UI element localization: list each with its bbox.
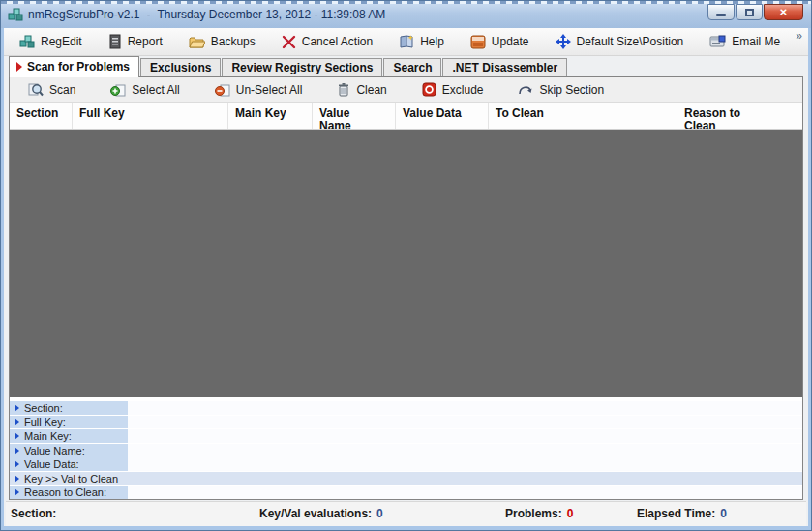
row-arrow-icon bbox=[15, 475, 19, 483]
maximize-icon bbox=[745, 9, 754, 16]
update-label: Update bbox=[492, 35, 529, 48]
detail-row-main-key: Main Key: bbox=[10, 429, 802, 443]
title-separator: - bbox=[146, 8, 150, 21]
close-button[interactable]: ✕ bbox=[764, 4, 803, 20]
scan-label: Scan bbox=[49, 83, 75, 97]
active-tab-arrow-icon bbox=[16, 62, 22, 72]
exclude-button[interactable]: Exclude bbox=[415, 80, 491, 99]
backups-label: Backups bbox=[211, 35, 256, 48]
default-size-position-button[interactable]: Default Size\Position bbox=[549, 32, 691, 51]
cancel-action-button[interactable]: Cancel Action bbox=[275, 33, 379, 51]
skip-section-label: Skip Section bbox=[539, 83, 604, 97]
window-title: nmRegScrubPro-v2.1-Thursday December 13,… bbox=[28, 8, 385, 21]
update-icon bbox=[470, 35, 486, 49]
minimize-button[interactable] bbox=[707, 4, 735, 20]
status-evaluations: Key/Val evaluations:0 bbox=[259, 507, 383, 520]
tab-exclusions[interactable]: Exclusions bbox=[140, 58, 221, 77]
tab-review-registry-sections[interactable]: Review Registry Sections bbox=[222, 58, 382, 77]
status-evaluations-value: 0 bbox=[376, 507, 383, 520]
report-label: Report bbox=[128, 35, 163, 48]
row-arrow-icon bbox=[15, 418, 19, 426]
results-grid-empty[interactable] bbox=[10, 130, 802, 397]
column-header-main-key[interactable]: Main Key bbox=[228, 103, 313, 129]
status-elapsed-label: Elapsed Time: bbox=[637, 507, 715, 520]
detail-label: Section: bbox=[24, 402, 63, 414]
scan-panel: Scan Select All Un-Select All bbox=[9, 76, 803, 500]
report-button[interactable]: Report bbox=[102, 32, 169, 51]
detail-row-section: Section: bbox=[10, 401, 802, 415]
detail-row-value-name: Value Name: bbox=[10, 444, 802, 457]
default-size-position-label: Default Size\Position bbox=[577, 35, 684, 48]
unselect-all-button[interactable]: Un-Select All bbox=[208, 80, 310, 100]
app-name: nmRegScrubPro-v2.1 bbox=[28, 8, 139, 21]
detail-label: Reason to Clean: bbox=[24, 487, 106, 498]
clean-label: Clean bbox=[356, 83, 386, 97]
tab-label: Exclusions bbox=[150, 61, 211, 74]
detail-panel: Section: Full Key: Main Key: Value Name:… bbox=[10, 401, 802, 499]
column-header-value-data[interactable]: Value Data bbox=[396, 103, 489, 129]
tab-label: Review Registry Sections bbox=[231, 61, 373, 74]
column-header-to-clean[interactable]: To Clean bbox=[489, 103, 677, 129]
row-arrow-icon bbox=[15, 432, 19, 440]
backups-button[interactable]: Backups bbox=[182, 33, 262, 51]
detail-value bbox=[128, 457, 802, 471]
scan-button[interactable]: Scan bbox=[21, 80, 82, 99]
tab-label: .NET Disassembler bbox=[452, 61, 557, 74]
email-me-label: Email Me bbox=[732, 35, 780, 48]
status-elapsed-value: 0 bbox=[720, 507, 727, 520]
column-header-value-name[interactable]: Value Name bbox=[313, 103, 396, 129]
exclude-icon bbox=[422, 82, 436, 97]
detail-label: Value Name: bbox=[24, 445, 85, 457]
window-controls: ✕ bbox=[707, 4, 803, 20]
row-arrow-icon bbox=[15, 447, 19, 455]
unselect-all-label: Un-Select All bbox=[236, 83, 303, 97]
status-elapsed-time: Elapsed Time:0 bbox=[637, 507, 727, 520]
folder-icon bbox=[189, 35, 205, 49]
titlebar: nmRegScrubPro-v2.1-Thursday December 13,… bbox=[1, 1, 811, 28]
detail-value bbox=[128, 416, 802, 429]
column-header-reason-to-clean[interactable]: Reason to Clean bbox=[677, 103, 802, 129]
status-problems: Problems:0 bbox=[505, 507, 573, 520]
email-me-button[interactable]: Email Me bbox=[703, 33, 787, 50]
column-header-full-key[interactable]: Full Key bbox=[73, 103, 228, 129]
help-book-icon bbox=[399, 34, 414, 49]
status-section-label: Section: bbox=[11, 507, 56, 520]
regedit-button[interactable]: RegEdit bbox=[13, 32, 89, 51]
email-window-icon bbox=[709, 35, 726, 48]
cancel-action-label: Cancel Action bbox=[302, 35, 373, 48]
status-section: Section: bbox=[11, 507, 56, 520]
tab-strip: Scan for Problems Exclusions Review Regi… bbox=[4, 56, 808, 77]
help-button[interactable]: Help bbox=[392, 32, 451, 51]
tab-scan-for-problems[interactable]: Scan for Problems bbox=[9, 56, 139, 77]
trash-icon bbox=[337, 82, 350, 97]
skip-section-button[interactable]: Skip Section bbox=[511, 81, 611, 99]
help-label: Help bbox=[420, 35, 444, 48]
select-all-label: Select All bbox=[132, 83, 179, 97]
registry-icon bbox=[19, 34, 35, 49]
minimize-icon bbox=[716, 14, 726, 16]
detail-label: Value Data: bbox=[24, 458, 79, 470]
clean-button[interactable]: Clean bbox=[330, 80, 393, 99]
select-all-icon bbox=[110, 82, 126, 98]
update-button[interactable]: Update bbox=[464, 33, 536, 51]
tab-search[interactable]: Search bbox=[383, 58, 441, 77]
row-arrow-icon bbox=[15, 488, 19, 496]
detail-label: Key >> Val to Clean bbox=[24, 473, 118, 485]
detail-row-reason-to-clean: Reason to Clean: bbox=[10, 486, 802, 499]
detail-row-value-data: Value Data: bbox=[10, 457, 802, 471]
action-toolbar: Scan Select All Un-Select All bbox=[10, 77, 802, 103]
select-all-button[interactable]: Select All bbox=[104, 80, 186, 100]
detail-value bbox=[128, 401, 802, 415]
detail-label: Full Key: bbox=[24, 416, 66, 428]
row-arrow-icon bbox=[15, 460, 19, 468]
column-header-section[interactable]: Section bbox=[10, 103, 73, 129]
status-problems-value: 0 bbox=[567, 507, 574, 520]
maximize-button[interactable] bbox=[736, 4, 763, 20]
status-evaluations-label: Key/Val evaluations: bbox=[259, 507, 372, 520]
toolbar-overflow-chevron[interactable]: » bbox=[796, 28, 802, 43]
tab-label: Search bbox=[393, 61, 432, 74]
cancel-x-icon bbox=[282, 35, 296, 49]
regedit-label: RegEdit bbox=[41, 35, 82, 48]
tab-net-disassembler[interactable]: .NET Disassembler bbox=[442, 58, 567, 77]
unselect-all-icon bbox=[215, 82, 230, 98]
